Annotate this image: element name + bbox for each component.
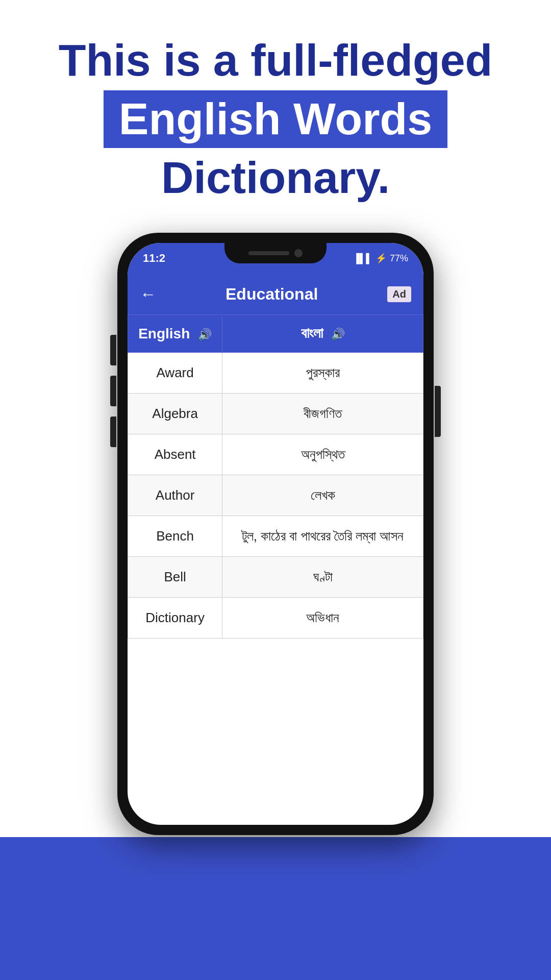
english-word: Absent <box>128 434 222 475</box>
bengali-word: পুরস্কার <box>222 353 423 394</box>
table-row[interactable]: Dictionary অভিধান <box>128 598 423 639</box>
notch-camera <box>294 249 303 257</box>
english-word: Dictionary <box>128 598 222 639</box>
header-english: English 🔊 <box>128 315 222 353</box>
bengali-word: বীজগণিত <box>222 394 423 434</box>
back-button[interactable]: ← <box>140 285 156 304</box>
bottom-blue-bar <box>0 837 551 980</box>
phone-screen: 11:2 ▐▌▌ ⚡ 77% ← Educational Ad <box>128 243 423 825</box>
battery-percent: 77% <box>390 253 408 264</box>
table-row[interactable]: Algebra বীজগণিত <box>128 394 423 434</box>
app-bar-title: Educational <box>226 285 318 304</box>
header-line2: English Words <box>119 93 432 144</box>
bengali-word: অনুপস্থিত <box>222 434 423 475</box>
bengali-word: টুল, কাঠের বা পাথরের তৈরি লম্বা আসন <box>222 516 423 557</box>
bengali-word: অভিধান <box>222 598 423 639</box>
status-bar: 11:2 ▐▌▌ ⚡ 77% <box>128 243 423 274</box>
english-word: Award <box>128 353 222 394</box>
table-row[interactable]: Bell ঘণ্টা <box>128 557 423 598</box>
english-word: Author <box>128 475 222 516</box>
ad-badge: Ad <box>387 286 411 302</box>
english-word: Bell <box>128 557 222 598</box>
table-row[interactable]: Author লেখক <box>128 475 423 516</box>
table-body: Award পুরস্কার Algebra বীজগণিত Absent অন… <box>128 353 423 639</box>
notch-speaker <box>248 251 289 255</box>
bengali-label: বাংলা <box>301 325 323 341</box>
bengali-word: ঘণ্টা <box>222 557 423 598</box>
table-row[interactable]: Bench টুল, কাঠের বা পাথরের তৈরি লম্বা আস… <box>128 516 423 557</box>
english-sound-icon[interactable]: 🔊 <box>198 328 212 341</box>
signal-icon: ▐▌▌ <box>353 253 372 264</box>
phone-container: 11:2 ▐▌▌ ⚡ 77% ← Educational Ad <box>0 233 551 835</box>
side-button-power <box>435 386 441 437</box>
english-word: Bench <box>128 516 222 557</box>
header-highlight: English Words <box>104 90 447 148</box>
header-bengali: বাংলা 🔊 <box>222 315 423 353</box>
phone-mockup: 11:2 ▐▌▌ ⚡ 77% ← Educational Ad <box>117 233 434 835</box>
battery-icon: ⚡ <box>375 253 387 264</box>
header-title: This is a full-fledged English Words Dic… <box>20 36 531 202</box>
english-word: Algebra <box>128 394 222 434</box>
bengali-sound-icon[interactable]: 🔊 <box>331 328 345 340</box>
side-button-silent <box>110 416 116 447</box>
table-row[interactable]: Award পুরস্কার <box>128 353 423 394</box>
header-line3: Dictionary. <box>161 152 390 203</box>
status-time: 11:2 <box>143 252 165 265</box>
dictionary-table: English 🔊 বাংলা 🔊 Award পুরস্কার <box>128 314 423 639</box>
header-line1: This is a full-fledged <box>59 35 493 85</box>
table-header: English 🔊 বাংলা 🔊 <box>128 315 423 353</box>
english-label: English <box>138 326 190 341</box>
side-button-volume-down <box>110 376 116 406</box>
notch <box>224 243 327 263</box>
header-section: This is a full-fledged English Words Dic… <box>0 0 551 223</box>
status-icons: ▐▌▌ ⚡ 77% <box>353 253 408 264</box>
app-bar: ← Educational Ad <box>128 274 423 314</box>
table-row[interactable]: Absent অনুপস্থিত <box>128 434 423 475</box>
side-button-volume-up <box>110 335 116 365</box>
bengali-word: লেখক <box>222 475 423 516</box>
